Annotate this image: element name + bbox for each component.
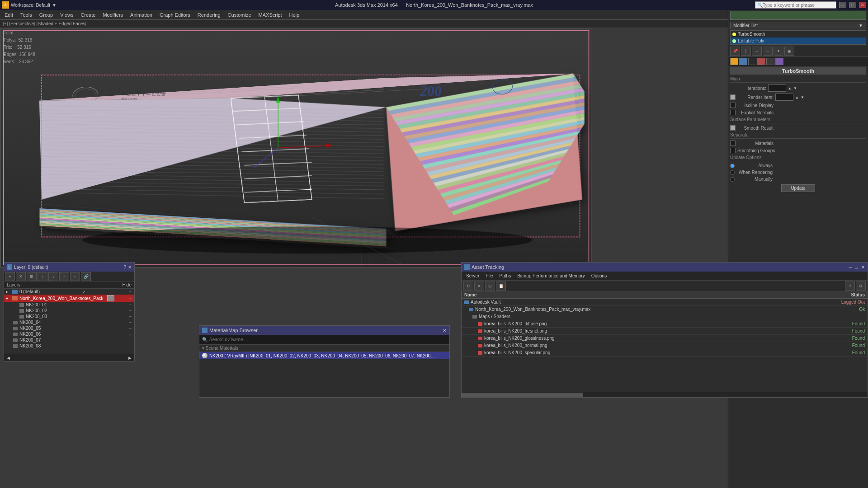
menu-edit[interactable]: Edit — [1, 11, 17, 19]
asset-tb1[interactable]: ↻ — [463, 282, 473, 291]
layer-tb6[interactable]: → — [59, 272, 69, 281]
layer-expand[interactable]: ▸ — [6, 289, 10, 294]
mat-close[interactable]: ✕ — [443, 328, 447, 333]
layer-menu6[interactable]: ··· — [129, 320, 132, 325]
layer-menu3[interactable]: ··· — [129, 302, 132, 307]
menu-modifiers[interactable]: Modifiers — [99, 11, 127, 19]
tb6[interactable]: ▣ — [784, 47, 794, 56]
asset-row-fresnel[interactable]: korea_bills_NK200_fresnel.png Found — [462, 328, 868, 335]
asset-close[interactable]: ✕ — [861, 264, 865, 270]
swatch-orange[interactable] — [730, 58, 738, 65]
asset-max[interactable]: □ — [855, 264, 858, 270]
layer-menu8[interactable]: ··· — [129, 332, 132, 337]
layer-visibility[interactable] — [107, 295, 114, 301]
smoothing-groups-checkbox[interactable] — [730, 148, 736, 153]
manually-radio[interactable] — [730, 177, 735, 182]
minimize-button[interactable]: ─ — [839, 2, 846, 8]
asset-menu-options[interactable]: Options — [589, 273, 609, 278]
menu-views[interactable]: Views — [57, 11, 77, 19]
when-rendering-radio[interactable] — [730, 170, 735, 175]
asset-menu-server[interactable]: Server — [463, 273, 482, 278]
layer-tb3[interactable]: ⊞ — [27, 272, 37, 281]
search-input[interactable] — [763, 3, 826, 8]
layer-item-nk03[interactable]: NK200_03 ··· — [4, 314, 134, 319]
layer-menu9[interactable]: ··· — [129, 338, 132, 343]
asset-min[interactable]: ─ — [849, 264, 853, 270]
isoline-checkbox[interactable] — [730, 103, 736, 108]
tb4[interactable]: ← — [763, 47, 773, 56]
materials-checkbox[interactable] — [730, 141, 736, 146]
always-radio[interactable] — [730, 164, 735, 168]
layer-scroll-right[interactable]: ► — [127, 355, 132, 361]
menu-maxscript[interactable]: MAXScript — [255, 11, 286, 19]
layer-expand2[interactable]: ▾ — [6, 296, 10, 301]
modifier-name-input[interactable]: wrap — [730, 11, 866, 20]
swatch-blue[interactable] — [739, 58, 747, 65]
layer-item-nk08[interactable]: NK200_08 ··· — [4, 343, 134, 349]
menu-graph-editors[interactable]: Graph Editors — [156, 11, 194, 19]
menu-help[interactable]: Help — [286, 11, 303, 19]
layer-menu10[interactable]: ··· — [129, 343, 132, 348]
asset-row-normal[interactable]: korea_bills_NK200_normal.png Found — [462, 342, 868, 349]
asset-menu-file[interactable]: File — [483, 273, 495, 278]
layer-item-nk04[interactable]: NK200_04 ··· — [4, 319, 134, 325]
layer-item-default[interactable]: ▸ 0 (default) ✓ ··· — [4, 289, 134, 295]
smooth-result-checkbox[interactable] — [730, 125, 736, 131]
tb5[interactable]: ✦ — [774, 47, 783, 56]
layer-delete[interactable]: ✕ — [16, 272, 26, 281]
layer-item-nk06[interactable]: NK200_06 ··· — [4, 331, 134, 337]
dropdown-arrow[interactable]: ▼ — [859, 23, 863, 28]
layer-menu4[interactable]: ··· — [129, 308, 132, 313]
iterations-spinner-up[interactable]: ▲ — [788, 86, 792, 90]
swatch-gray[interactable] — [766, 58, 774, 65]
swatch-red[interactable] — [757, 58, 765, 65]
render-iters-checkbox[interactable] — [730, 94, 736, 100]
layer-menu7[interactable]: ··· — [129, 326, 132, 331]
asset-menu-bitmap[interactable]: Bitmap Performance and Memory — [514, 273, 588, 278]
menu-tools[interactable]: Tools — [17, 11, 36, 19]
asset-row-maps[interactable]: Maps / Shaders — [462, 313, 868, 320]
render-iters-spinner-down[interactable]: ▼ — [801, 95, 804, 99]
asset-menu-paths[interactable]: Paths — [497, 273, 514, 278]
layer-tb8[interactable]: 🔗 — [81, 272, 91, 281]
menu-group[interactable]: Group — [36, 11, 57, 19]
viewport[interactable]: 조선민주주의인민공 중앙은행 200 ㄴ1 1383683 — [0, 28, 592, 267]
layer-tb5[interactable]: ↓ — [48, 272, 58, 281]
layer-menu2[interactable]: ··· — [129, 296, 132, 301]
workspace-dropdown[interactable]: ▼ — [52, 3, 57, 8]
layer-item-nk01[interactable]: NK200_01 ··· — [4, 302, 134, 308]
layer-tb7[interactable]: ← — [70, 272, 80, 281]
layer-help[interactable]: ? — [123, 265, 126, 270]
layer-scroll-left[interactable]: ◄ — [6, 355, 11, 361]
asset-row-glossiness[interactable]: korea_bills_NK200_glossiness.png Found — [462, 335, 868, 342]
editable-poly-item[interactable]: Editable Poly — [731, 38, 866, 44]
layer-tb4[interactable]: ↑ — [38, 272, 47, 281]
asset-scrollbar-h[interactable] — [462, 392, 868, 397]
asset-tb5[interactable]: ? — [845, 282, 855, 291]
iterations-input[interactable]: 0 — [768, 84, 786, 92]
layer-item-nk[interactable]: ▾ North_Korea_200_Won_Banknotes_Pack ··· — [4, 295, 134, 302]
layer-item-nk05[interactable]: NK200_05 ··· — [4, 325, 134, 331]
tb2[interactable]: | — [741, 47, 751, 56]
pin-button[interactable]: 📌 — [730, 47, 740, 56]
render-iters-input[interactable]: 1 — [775, 94, 793, 101]
mat-item-nk200[interactable]: NK200 ( VRayMtl ) [NK200_01, NK200_02, N… — [199, 352, 449, 359]
asset-row-diffuse[interactable]: korea_bills_NK200_diffuse.png Found — [462, 320, 868, 328]
asset-tb2[interactable]: ≡ — [474, 282, 484, 291]
asset-tb3[interactable]: ⊞ — [485, 282, 495, 291]
asset-row-main-file[interactable]: North_Korea_200_Won_Banknotes_Pack_max_v… — [462, 306, 868, 313]
layer-item-nk02[interactable]: NK200_02 ··· — [4, 308, 134, 314]
explicit-normals-checkbox[interactable] — [730, 110, 736, 115]
section-arrow[interactable]: ▾ — [202, 346, 204, 351]
swatch-dark[interactable] — [748, 58, 756, 65]
asset-row-specular[interactable]: korea_bills_NK200_specular.png Found — [462, 349, 868, 357]
menu-customize[interactable]: Customize — [224, 11, 255, 19]
menu-animation[interactable]: Animation — [127, 11, 156, 19]
iterations-spinner-down[interactable]: ▼ — [793, 86, 797, 90]
layer-menu[interactable]: ··· — [129, 289, 132, 294]
layer-add[interactable]: + — [5, 272, 15, 281]
close-button[interactable]: ✕ — [859, 2, 866, 8]
menu-create[interactable]: Create — [77, 11, 99, 19]
asset-tb4[interactable]: 📋 — [496, 282, 506, 291]
layer-item-nk07[interactable]: NK200_07 ··· — [4, 337, 134, 343]
